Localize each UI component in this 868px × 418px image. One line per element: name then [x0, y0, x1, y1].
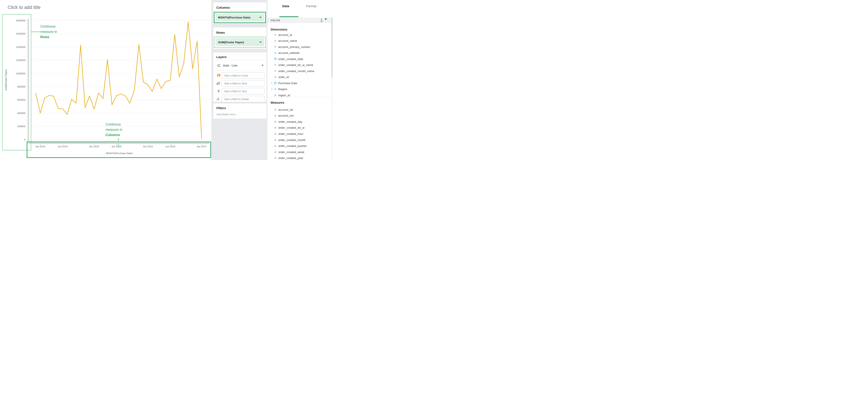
- add-a-field-to-size-input[interactable]: [222, 80, 265, 87]
- x-axis-tick-label: Jan 2017: [197, 145, 207, 148]
- add-calculated-field-button[interactable]: fx +: [321, 18, 327, 23]
- field-item-order_id[interactable]: #order_id: [268, 75, 332, 79]
- tab-data[interactable]: Data: [282, 4, 289, 8]
- field-name: account_name: [278, 39, 297, 42]
- number-icon: #: [274, 76, 277, 79]
- field-name: order_created_month: [278, 139, 306, 142]
- number-icon: #: [274, 114, 277, 117]
- columns-pill-label: MONTH(Purchase Date): [218, 16, 259, 19]
- field-name: order_created_date: [278, 57, 303, 61]
- field-name: account_lat: [278, 108, 293, 111]
- y-axis-tick-label: 1400000: [16, 46, 25, 48]
- fields-scrollbar[interactable]: [332, 18, 332, 160]
- well-row-size: [213, 80, 267, 87]
- field-item-account_primary_contact[interactable]: Taccount_primary_contact: [268, 45, 332, 49]
- equals-icon: =: [271, 88, 272, 90]
- field-name: order_created_do_w: [278, 126, 305, 129]
- y-axis-tick-label: 1800000: [16, 19, 25, 22]
- number-icon: #: [274, 33, 277, 36]
- x-axis-tick-label: Jun 2016: [165, 145, 175, 148]
- app-root: Click to add title 020000040000060000080…: [0, 0, 332, 160]
- chevron-down-icon[interactable]: [259, 17, 262, 18]
- scrollbar-thumb[interactable]: [332, 18, 332, 77]
- rows-shelf: Rows SUM(Poster Paper): [213, 27, 267, 49]
- number-icon: #: [274, 120, 277, 123]
- field-item-order_created_date[interactable]: order_created_date: [268, 57, 332, 61]
- filters-drop-hint[interactable]: Add fields here...: [216, 113, 238, 116]
- size-circles-icon: [217, 82, 221, 85]
- number-icon: #: [274, 156, 277, 159]
- chart-type-dropdown[interactable]: Auto - Line: [213, 60, 267, 70]
- chart-canvas[interactable]: Click to add title 020000040000060000080…: [0, 0, 212, 160]
- rows-annotation-note: Continous measure in Rows: [40, 24, 57, 40]
- well-row-text: T: [213, 88, 267, 94]
- text-icon: T: [274, 45, 277, 49]
- y-axis-tick-label: 1200000: [16, 59, 25, 61]
- field-name: order_created_day: [278, 120, 302, 123]
- x-axis-tick-label: Jan 2016: [143, 145, 153, 148]
- field-item-account_lat[interactable]: #account_lat: [268, 108, 332, 112]
- number-icon: #: [274, 126, 277, 129]
- field-item-account_website[interactable]: Taccount_website: [268, 51, 332, 55]
- field-item-order_created_month[interactable]: #order_created_month: [268, 138, 332, 142]
- chevron-down-icon[interactable]: [261, 65, 264, 66]
- field-name: account_primary_contact: [278, 46, 310, 49]
- columns-field-pill[interactable]: MONTH(Purchase Date): [216, 13, 264, 22]
- field-item-Region[interactable]: =TRegion: [268, 87, 332, 91]
- field-name: account_id: [278, 33, 292, 36]
- y-axis-tick-label: 1000000: [16, 72, 25, 75]
- y-axis-tick-label: 1600000: [16, 32, 25, 35]
- tab-format[interactable]: Format: [306, 4, 316, 8]
- text-icon: T: [274, 69, 277, 73]
- field-item-order_created_week[interactable]: #order_created_week: [268, 150, 332, 154]
- y-axis-tick-label: 0: [24, 139, 25, 141]
- field-item-account_id[interactable]: #account_id: [268, 33, 332, 37]
- number-icon: #: [274, 150, 277, 154]
- chevron-down-icon[interactable]: [259, 41, 262, 43]
- field-item-account_name[interactable]: Taccount_name: [268, 39, 332, 43]
- number-icon: #: [274, 94, 277, 97]
- field-name: order_created_week: [278, 150, 304, 154]
- y-axis-tick-label: 600000: [18, 98, 25, 101]
- add-a-field-to-detail-input[interactable]: [222, 96, 265, 102]
- field-item-Purchase Date[interactable]: =Purchase Date: [268, 81, 332, 85]
- rows-field-pill[interactable]: SUM(Poster Paper): [216, 38, 264, 46]
- field-name: region_id: [278, 94, 290, 97]
- field-name: order_created_do_w_name: [278, 63, 313, 66]
- fields-panel: Data Format FIELDS fx + Dimensions #acco…: [268, 0, 332, 160]
- y-axis-tick-label: 800000: [18, 85, 25, 88]
- y-axis-bar[interactable]: [28, 19, 29, 142]
- field-item-order_created_do_w[interactable]: #order_created_do_w: [268, 126, 332, 130]
- add-a-field-to-color-input[interactable]: [222, 72, 265, 79]
- measure-line-series[interactable]: [36, 22, 202, 139]
- number-icon: #: [274, 132, 277, 136]
- y-axis-title: SUM(Poster Paper): [5, 69, 7, 91]
- well-row-color: [213, 72, 267, 79]
- columns-annotation-connector: [118, 138, 119, 148]
- columns-shelf: Columns MONTH(Purchase Date): [213, 2, 267, 24]
- y-axis-tick-label: 200000: [18, 125, 25, 128]
- x-axis-tick-label: Jan 2015: [89, 145, 99, 148]
- text-icon: T: [274, 63, 277, 67]
- field-name: order_created_month_name: [278, 69, 314, 73]
- chart-type-label: Auto - Line: [223, 64, 261, 67]
- layers-header: Layers: [213, 52, 267, 59]
- field-item-order_created_quarter[interactable]: #order_created_quarter: [268, 144, 332, 148]
- add-a-field-to-text-input[interactable]: [222, 88, 265, 94]
- text-icon: T: [274, 88, 277, 91]
- columns-annotation-note: Continous measure in Columns: [105, 122, 122, 138]
- field-item-order_created_hour[interactable]: #order_created_hour: [268, 131, 332, 136]
- field-item-order_created_month_name[interactable]: Torder_created_month_name: [268, 69, 332, 73]
- rows-annotation-connector: [31, 31, 40, 32]
- line-chart-icon: [217, 64, 221, 67]
- field-item-account_lon[interactable]: #account_lon: [268, 114, 332, 118]
- fields-section-bar: FIELDS fx +: [268, 18, 332, 23]
- field-item-order_created_year[interactable]: #order_created_year: [268, 156, 332, 160]
- columns-shelf-header: Columns: [213, 2, 267, 9]
- field-item-order_created_day[interactable]: #order_created_day: [268, 120, 332, 124]
- field-item-order_created_do_w_name[interactable]: Torder_created_do_w_name: [268, 63, 332, 67]
- active-tab-indicator: [279, 16, 299, 17]
- field-name: Region: [278, 88, 287, 91]
- text-icon: T: [217, 89, 221, 93]
- x-axis-tick-label: Jun 2015: [112, 145, 121, 148]
